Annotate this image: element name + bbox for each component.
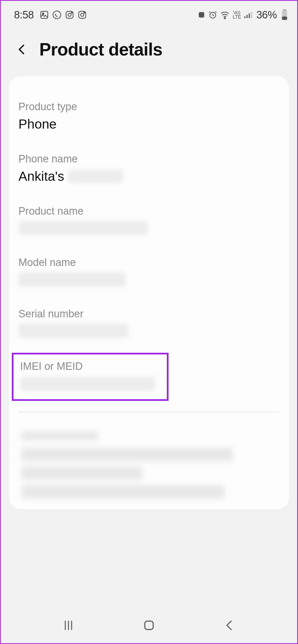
svg-point-4 <box>68 13 71 16</box>
divider <box>18 412 280 412</box>
nav-back-button[interactable] <box>220 616 239 635</box>
instagram-icon <box>65 10 74 20</box>
page-header: Product details <box>1 26 297 76</box>
product-type-label: Product type <box>18 101 280 113</box>
wifi-icon <box>220 10 230 20</box>
status-right: Vo)LTE 36% <box>197 9 288 21</box>
product-name-value <box>18 221 280 235</box>
phone-name-label: Phone name <box>18 153 280 165</box>
svg-point-8 <box>84 12 85 13</box>
svg-point-7 <box>81 13 84 16</box>
specs-line-2-redacted <box>21 466 142 480</box>
product-name-label: Product name <box>18 205 280 217</box>
volte-icon: Vo)LTE <box>233 10 241 19</box>
status-bar: 8:58 Vo)LTE 36% <box>1 1 297 26</box>
specs-line-3-redacted <box>21 485 225 499</box>
svg-rect-14 <box>249 13 250 18</box>
details-card: Product type Phone Phone name Ankita's P… <box>9 76 289 509</box>
status-left: 8:58 <box>14 9 87 21</box>
alarm-icon <box>208 10 217 19</box>
product-type-value: Phone <box>18 116 280 132</box>
imei-field: IMEI or MEID <box>20 360 160 391</box>
duo-icon <box>197 11 206 19</box>
navigation-bar <box>1 607 297 643</box>
svg-rect-12 <box>244 16 245 18</box>
product-name-field: Product name <box>18 205 280 235</box>
recents-button[interactable] <box>59 616 78 635</box>
phone-name-field: Phone name Ankita's <box>18 153 280 184</box>
whatsapp-icon <box>52 10 62 20</box>
serial-number-value <box>18 324 280 338</box>
battery-percent: 36% <box>256 9 277 21</box>
phone-name-prefix: Ankita's <box>18 169 64 184</box>
back-button[interactable] <box>16 43 28 56</box>
specs-line-1-redacted <box>21 448 233 461</box>
svg-rect-9 <box>199 12 204 18</box>
home-button[interactable] <box>139 616 159 635</box>
page-title: Product details <box>39 39 162 60</box>
model-name-value <box>18 272 280 287</box>
svg-point-1 <box>42 13 44 15</box>
imei-label: IMEI or MEID <box>20 360 160 372</box>
product-type-field: Product type Phone <box>18 101 280 132</box>
imei-value <box>20 377 160 391</box>
imei-redacted <box>20 377 155 391</box>
specs-label-redacted <box>21 431 98 440</box>
model-name-field: Model name <box>18 257 280 287</box>
product-name-redacted <box>18 221 148 235</box>
phone-name-value: Ankita's <box>18 169 280 184</box>
svg-rect-16 <box>283 9 286 10</box>
svg-rect-19 <box>145 621 153 630</box>
additional-info-section <box>18 431 280 509</box>
battery-icon <box>281 9 288 20</box>
model-name-redacted <box>18 272 126 287</box>
serial-number-redacted <box>18 324 128 338</box>
serial-number-field: Serial number <box>18 308 280 338</box>
svg-rect-15 <box>251 12 252 18</box>
serial-number-label: Serial number <box>18 308 280 320</box>
gallery-icon <box>39 10 49 20</box>
phone-name-redacted <box>68 170 123 183</box>
signal-icon <box>244 10 252 19</box>
imei-highlight-box: IMEI or MEID <box>12 353 169 401</box>
svg-point-11 <box>224 18 225 19</box>
svg-rect-18 <box>282 16 287 20</box>
svg-rect-0 <box>41 11 48 18</box>
svg-point-2 <box>53 11 61 19</box>
svg-rect-13 <box>247 15 248 18</box>
svg-point-5 <box>71 12 72 13</box>
instagram-icon-2 <box>77 10 87 20</box>
model-name-label: Model name <box>18 257 280 268</box>
status-time: 8:58 <box>14 9 34 21</box>
